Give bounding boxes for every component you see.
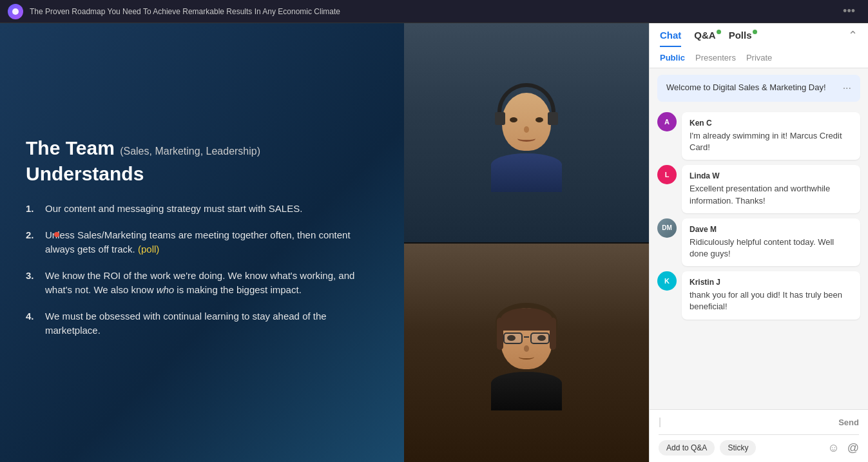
slide-point-3: We know the ROI of the work we're doing.… — [26, 269, 378, 298]
emoji-icon[interactable]: ☺ — [827, 441, 839, 455]
chat-header: Chat Q&A Polls ⌃ Public Presenters Priva… — [650, 23, 868, 68]
chat-input-row: | Send — [659, 416, 859, 435]
chat-collapse-button[interactable]: ⌃ — [848, 28, 858, 48]
slide-title-subtitle: (Sales, Marketing, Leadership) — [120, 146, 260, 157]
presentation-title: The Proven Roadmap You Need To Achieve R… — [30, 7, 838, 16]
message-bubble: Ken C I'm already swimming in it! Marcus… — [682, 112, 860, 160]
svg-point-0 — [12, 8, 19, 15]
slide-point-2: Unless Sales/Marketing teams are meeting… — [26, 228, 378, 257]
cursor-icon: | — [659, 416, 661, 428]
welcome-menu-icon[interactable]: ··· — [843, 82, 851, 94]
slide-point-2-text: Unless Sales/Marketing teams are meeting… — [45, 228, 378, 257]
slide-points-list: Our content and messaging strategy must … — [26, 202, 378, 338]
slide-title-suffix: Understands — [26, 163, 144, 184]
chat-panel: Chat Q&A Polls ⌃ Public Presenters Priva… — [649, 23, 868, 462]
list-item: K Kristin J thank you for all you did! I… — [657, 271, 860, 319]
chat-tabs-row: Chat Q&A Polls ⌃ — [650, 23, 868, 48]
video-area: The Team (Sales, Marketing, Leadership) … — [0, 23, 649, 462]
main-layout: The Team (Sales, Marketing, Leadership) … — [0, 23, 868, 462]
message-bubble: Kristin J thank you for all you did! It … — [682, 271, 860, 319]
slide-point-4-text: We must be obsessed with continual learn… — [45, 309, 378, 338]
send-button[interactable]: Send — [838, 418, 859, 427]
message-sender: Dave M — [690, 225, 853, 234]
webcam-person-top — [404, 23, 649, 244]
video-content: The Team (Sales, Marketing, Leadership) … — [0, 23, 649, 462]
subtab-public[interactable]: Public — [660, 53, 685, 63]
slide-content: The Team (Sales, Marketing, Leadership) … — [26, 135, 378, 349]
chat-messages: A Ken C I'm already swimming in it! Marc… — [650, 107, 868, 409]
avatar: DM — [657, 218, 677, 238]
welcome-text: Welcome to Digital Sales & Marketing Day… — [666, 82, 826, 92]
subtab-presenters[interactable]: Presenters — [695, 53, 736, 63]
slide-point-1-text: Our content and messaging strategy must … — [45, 202, 302, 217]
app-logo — [8, 4, 23, 19]
message-sender: Kristin J — [690, 278, 853, 287]
tab-chat[interactable]: Chat — [660, 30, 681, 47]
message-bubble: Linda W Excellent presentation and worth… — [682, 165, 860, 213]
webcam-panel — [404, 23, 649, 462]
more-options-icon[interactable]: ••• — [838, 2, 860, 21]
chat-actions-row: Add to Q&A Sticky ☺ @ — [659, 435, 859, 456]
message-text: I'm already swimming in it! Marcus Credi… — [690, 130, 853, 153]
avatar: K — [657, 271, 677, 291]
slide-title: The Team (Sales, Marketing, Leadership) … — [26, 135, 378, 186]
sticky-button[interactable]: Sticky — [720, 440, 756, 456]
tab-qa[interactable]: Q&A — [694, 30, 715, 47]
message-text: Excellent presentation and worthwhile in… — [690, 183, 853, 206]
message-sender: Ken C — [690, 119, 853, 128]
webcam-person-bottom — [404, 244, 649, 463]
chat-icons-right: ☺ @ — [827, 441, 859, 455]
chat-input-area: | Send Add to Q&A Sticky ☺ @ — [650, 409, 868, 462]
header: The Proven Roadmap You Need To Achieve R… — [0, 0, 868, 23]
message-text: thank you for all you did! It has truly … — [690, 289, 853, 313]
chat-subtabs-row: Public Presenters Private — [650, 48, 868, 68]
polls-dot — [753, 30, 757, 34]
list-item: L Linda W Excellent presentation and wor… — [657, 165, 860, 213]
avatar: L — [657, 165, 677, 184]
slide-point-4: We must be obsessed with continual learn… — [26, 309, 378, 338]
mention-icon[interactable]: @ — [847, 441, 859, 455]
tab-polls[interactable]: Polls — [729, 30, 752, 47]
message-bubble: Dave M Ridiculously helpful content toda… — [682, 218, 860, 266]
list-item: DM Dave M Ridiculously helpful content t… — [657, 218, 860, 266]
slide-title-bold: The Team — [26, 137, 120, 159]
avatar: A — [657, 112, 677, 131]
chat-input[interactable] — [668, 418, 833, 427]
welcome-banner: Welcome to Digital Sales & Marketing Day… — [657, 75, 860, 102]
slide-panel: The Team (Sales, Marketing, Leadership) … — [0, 23, 404, 462]
message-sender: Linda W — [690, 171, 853, 180]
slide-point-3-text: We know the ROI of the work we're doing.… — [45, 269, 378, 298]
add-to-qa-button[interactable]: Add to Q&A — [659, 440, 715, 456]
poll-highlight: (poll) — [138, 244, 159, 255]
message-text: Ridiculously helpful content today. Well… — [690, 236, 853, 260]
slide-point-1: Our content and messaging strategy must … — [26, 202, 378, 217]
list-item: A Ken C I'm already swimming in it! Marc… — [657, 112, 860, 160]
subtab-private[interactable]: Private — [746, 53, 772, 63]
qa-dot — [717, 30, 721, 34]
